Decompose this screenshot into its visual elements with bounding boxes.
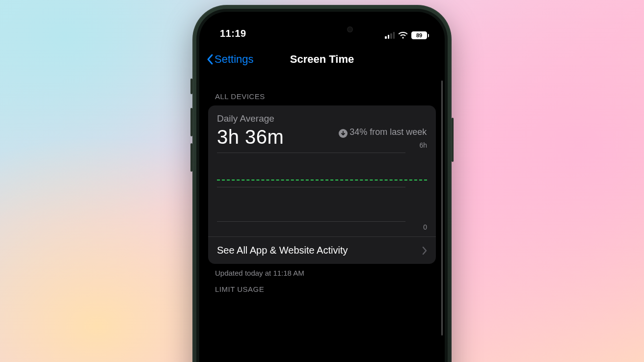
- y-axis-label: 6h: [419, 141, 427, 149]
- battery-percent: 89: [412, 32, 427, 39]
- status-time: 11:19: [220, 28, 246, 39]
- section-header-all-devices: ALL DEVICES: [208, 80, 436, 105]
- daily-average-card[interactable]: Daily Average 3h 36m 34% from last week: [208, 105, 436, 264]
- status-bar: 11:19 89: [199, 12, 445, 42]
- daily-average-value: 3h 36m: [217, 126, 334, 148]
- page-background: 11:19 89: [0, 0, 644, 362]
- page-title: Screen Time: [290, 53, 354, 66]
- daily-average-label: Daily Average: [217, 113, 334, 124]
- back-label: Settings: [215, 53, 254, 66]
- battery-indicator: 89: [411, 31, 429, 39]
- updated-footnote: Updated today at 11:18 AM: [208, 264, 436, 277]
- chevron-right-icon: [422, 246, 427, 255]
- phone-frame: 11:19 89: [192, 5, 452, 362]
- wifi-icon: [398, 32, 408, 39]
- see-all-activity-row[interactable]: See All App & Website Activity: [208, 236, 436, 264]
- volume-up-button: [190, 108, 192, 136]
- navigation-bar: Settings Screen Time: [199, 47, 445, 72]
- down-arrow-circle-icon: [339, 129, 348, 138]
- phone-screen: 11:19 89: [199, 12, 445, 362]
- see-all-activity-label: See All App & Website Activity: [217, 245, 348, 256]
- delta-from-last-week: 34% from last week: [339, 113, 427, 148]
- volume-down-button: [190, 143, 192, 172]
- usage-bar-chart: 06h: [217, 153, 427, 233]
- section-header-limit-usage: LIMIT USAGE: [208, 277, 436, 298]
- scroll-content[interactable]: ALL DEVICES Daily Average 3h 36m 34% fro…: [199, 75, 445, 362]
- y-axis-label: 0: [423, 223, 427, 231]
- mute-switch: [190, 78, 192, 94]
- cellular-signal-icon: [385, 32, 395, 39]
- chevron-left-icon: [206, 53, 214, 65]
- side-button: [452, 118, 454, 162]
- back-button[interactable]: Settings: [206, 47, 254, 72]
